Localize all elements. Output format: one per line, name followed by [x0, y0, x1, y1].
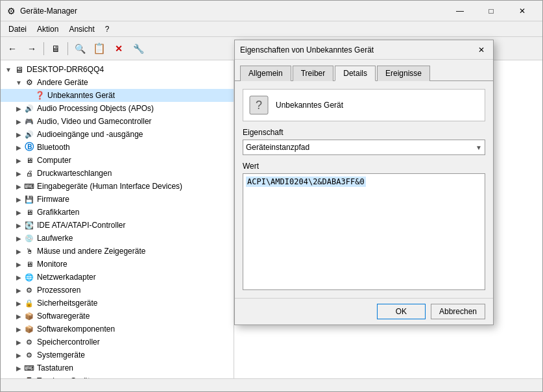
tree-item-speicher[interactable]: ▶ ⚙ Speichercontroller [1, 336, 234, 349]
tree-item-maeuse[interactable]: ▶ 🖱 Mäuse und andere Zeigegeräte [1, 245, 234, 258]
tab-ereignisse[interactable]: Ereignisse [377, 66, 430, 81]
andere-toggle[interactable]: ▼ [14, 77, 24, 88]
tab-allgemein[interactable]: Allgemein [240, 66, 291, 81]
tree-item-softwarek[interactable]: ▶ 📦 Softwarekomponenten [1, 323, 234, 336]
gr-icon: 🖥 [24, 207, 34, 217]
cancel-button[interactable]: Abbrechen [431, 304, 485, 319]
eg-icon: ⌨ [24, 181, 34, 191]
tree-item-monitore[interactable]: ▶ 🖥 Monitore [1, 258, 234, 271]
fw-toggle[interactable]: ▶ [14, 194, 24, 204]
tree-item-grafik[interactable]: ▶ 🖥 Grafikkarten [1, 206, 234, 219]
tree-item-audioeingaenge[interactable]: ▶ 🔊 Audioeingänge und -ausgänge [1, 128, 234, 141]
nw-toggle[interactable]: ▶ [14, 272, 24, 282]
gr-toggle[interactable]: ▶ [14, 207, 24, 217]
property-label: Eigenschaft [243, 128, 485, 137]
pr-toggle[interactable]: ▶ [14, 285, 24, 295]
andere-icon: ⚙ [24, 77, 34, 88]
bt-icon: Ⓑ [24, 142, 34, 153]
property-dropdown[interactable]: Geräteinstanzpfad ▼ [243, 140, 485, 155]
menu-aktion[interactable]: Aktion [32, 21, 64, 36]
ide-toggle[interactable]: ▶ [14, 220, 24, 230]
tree-item-apo[interactable]: ▶ 🔊 Audio Processing Objects (APOs) [1, 102, 234, 115]
si-toggle[interactable]: ▶ [14, 298, 24, 308]
ai-label: Audioeingänge und -ausgänge [37, 130, 143, 139]
tree-item-sicherheit[interactable]: ▶ 🔒 Sicherheitsgeräte [1, 297, 234, 310]
tree-item-eingabe[interactable]: ▶ ⌨ Eingabegeräte (Human Interface Devic… [1, 180, 234, 193]
properties-button[interactable]: 🔧 [129, 40, 147, 58]
tree-item-prozessoren[interactable]: ▶ ⚙ Prozessoren [1, 284, 234, 297]
gr-label: Grafikkarten [37, 208, 79, 217]
tree-item-audio-video[interactable]: ▶ 🎮 Audio, Video und Gamecontroller [1, 115, 234, 128]
lw-toggle[interactable]: ▶ [14, 233, 24, 243]
lw-label: Laufwerke [37, 234, 73, 243]
sy-toggle[interactable]: ▶ [14, 350, 24, 360]
tree-item-drucker[interactable]: ▶ 🖨 Druckwarteschlangen [1, 167, 234, 180]
menu-datei[interactable]: Datei [3, 21, 32, 36]
ma-icon: 🖱 [24, 246, 34, 256]
maximize-button[interactable]: □ [476, 1, 506, 21]
tree-item-andere-gerate[interactable]: ▼ ⚙ Andere Geräte [1, 76, 234, 89]
comp-toggle[interactable]: ▶ [14, 155, 24, 165]
comp-icon: 🖥 [24, 155, 34, 165]
andere-label: Andere Geräte [37, 78, 88, 87]
menu-help[interactable]: ? [100, 21, 115, 36]
tree-item-bluetooth[interactable]: ▶ Ⓑ Bluetooth [1, 141, 234, 154]
close-button[interactable]: ✕ [507, 1, 537, 21]
remove-device-button[interactable]: ✕ [110, 40, 128, 58]
sk-toggle[interactable]: ▶ [14, 324, 24, 334]
tree-item-unbekanntes-gerat[interactable]: ❓ Unbekanntes Gerät [1, 89, 234, 102]
unk-toggle [24, 90, 34, 101]
root-label: DESKTOP-DRR6QQ4 [27, 65, 104, 74]
scan-button[interactable]: 🔍 [71, 40, 89, 58]
computer-button[interactable]: 🖥 [47, 40, 65, 58]
device-tree[interactable]: ▼ 🖥 DESKTOP-DRR6QQ4 ▼ ⚙ Andere Geräte ❓ … [1, 60, 234, 378]
pr-icon: ⚙ [24, 285, 34, 295]
minimize-button[interactable]: — [445, 1, 475, 21]
tree-root[interactable]: ▼ 🖥 DESKTOP-DRR6QQ4 [1, 63, 234, 76]
ma-toggle[interactable]: ▶ [14, 246, 24, 256]
sy-icon: ⚙ [24, 350, 34, 360]
tree-item-netzwerk[interactable]: ▶ 🌐 Netzwerkadapter [1, 271, 234, 284]
main-window: ⚙ Geräte-Manager — □ ✕ Datei Aktion Ansi… [0, 0, 543, 392]
si-label: Sicherheitsgeräte [37, 299, 97, 308]
tree-item-computer[interactable]: ▶ 🖥 Computer [1, 154, 234, 167]
unk-label: Unbekanntes Gerät [47, 91, 115, 100]
av-toggle[interactable]: ▶ [14, 116, 24, 127]
update-driver-button[interactable]: 📋 [90, 40, 108, 58]
tree-item-ide[interactable]: ▶ 💽 IDE ATA/ATAPI-Controller [1, 219, 234, 232]
ma-label: Mäuse und andere Zeigegeräte [37, 247, 145, 256]
sg-toggle[interactable]: ▶ [14, 311, 24, 321]
properties-dialog: Eigenschaften von Unbekanntes Gerät ✕ Al… [234, 60, 494, 325]
tree-item-laufwerke[interactable]: ▶ 💿 Laufwerke [1, 232, 234, 245]
mo-toggle[interactable]: ▶ [14, 259, 24, 269]
back-button[interactable]: ← [3, 40, 21, 58]
ai-toggle[interactable]: ▶ [14, 129, 24, 140]
tab-treiber[interactable]: Treiber [293, 66, 334, 81]
forward-button[interactable]: → [23, 40, 41, 58]
sp-icon: ⚙ [24, 337, 34, 347]
tree-item-softwareg[interactable]: ▶ 📦 Softwaregeräte [1, 310, 234, 323]
eg-toggle[interactable]: ▶ [14, 181, 24, 191]
tree-item-tastaturen[interactable]: ▶ ⌨ Tastaturen [1, 361, 234, 374]
sy-label: Systemgeräte [37, 350, 85, 360]
ok-button[interactable]: OK [377, 304, 426, 319]
sg-label: Softwaregeräte [37, 312, 90, 321]
apo-label: Audio Processing Objects (APOs) [37, 104, 154, 113]
value-textbox[interactable]: ACPI\AMDI0204\2&DABA3FF&0 [243, 173, 485, 290]
toolbar-sep-1 [43, 42, 44, 55]
root-toggle[interactable]: ▼ [3, 64, 14, 75]
fw-icon: 💾 [24, 194, 34, 204]
apo-toggle[interactable]: ▶ [14, 103, 24, 114]
bt-toggle[interactable]: ▶ [14, 142, 24, 153]
ta-toggle[interactable]: ▶ [14, 363, 24, 373]
tree-item-system[interactable]: ▶ ⚙ Systemgeräte [1, 349, 234, 361]
tree-item-firmware[interactable]: ▶ 💾 Firmware [1, 193, 234, 206]
sp-toggle[interactable]: ▶ [14, 337, 24, 347]
tab-details[interactable]: Details [335, 66, 376, 81]
ta-icon: ⌨ [24, 363, 34, 373]
dr-toggle[interactable]: ▶ [14, 168, 24, 178]
menu-ansicht[interactable]: Ansicht [64, 21, 99, 36]
device-header: ? Unbekanntes Gerät [243, 89, 485, 121]
nw-icon: 🌐 [24, 272, 34, 282]
dialog-content: ? Unbekanntes Gerät Eigenschaft Gerätein… [235, 81, 493, 298]
